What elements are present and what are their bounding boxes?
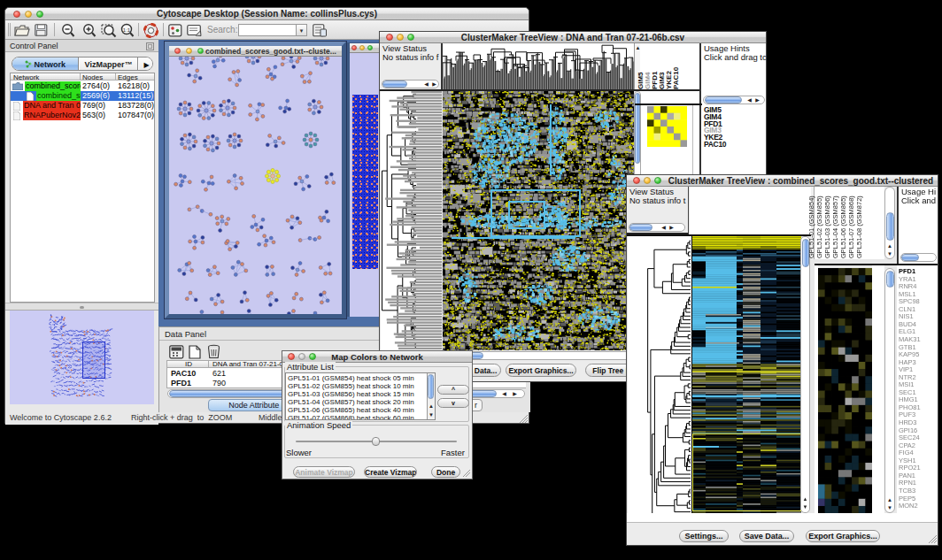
svg-text:1:1: 1:1 [123,27,131,33]
